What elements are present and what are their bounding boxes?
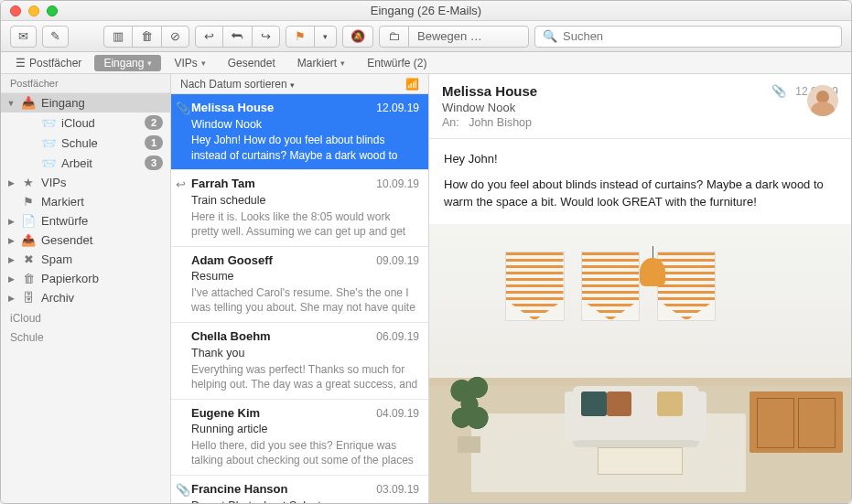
main-body: Postfächer ▼📥Eingang📨iCloud2📨Schule1📨Arb…	[1, 74, 851, 503]
inbox-icon: 📥	[21, 97, 36, 110]
move-to-folder-button[interactable]: 🗀	[380, 27, 409, 47]
disclosure-triangle-icon[interactable]: ▶	[6, 255, 16, 264]
junk-button[interactable]: ⊘	[162, 27, 189, 47]
message-from: Adam Gooseff	[191, 252, 273, 269]
to-label: An:	[442, 116, 459, 129]
star-icon: ★	[21, 177, 36, 189]
disclosure-triangle-icon[interactable]: ▶	[6, 217, 16, 226]
chevron-down-icon: ▾	[340, 59, 345, 68]
message-list-header[interactable]: Nach Datum sortieren ▾ 📶	[171, 74, 428, 94]
disclosure-triangle-icon[interactable]: ▶	[6, 178, 16, 188]
reply-all-button[interactable]: ⮪	[223, 27, 253, 47]
favorites-item[interactable]: Entwürfe (2)	[358, 55, 436, 71]
disclosure-triangle-icon[interactable]: ▶	[6, 274, 16, 284]
envelope-icon: ✉︎	[18, 29, 28, 43]
move-group: 🗀 Bewegen …	[379, 26, 529, 48]
sidebar-item[interactable]: 📨iCloud2	[1, 113, 170, 133]
sidebar-item[interactable]: ▼📥Eingang	[1, 93, 170, 113]
search-field[interactable]: 🔍	[534, 26, 842, 48]
titlebar: Eingang (26 E-Mails)	[1, 1, 851, 21]
message-subject: Thank you	[191, 346, 419, 361]
message-from: Farrah Tam	[191, 176, 255, 192]
message-row[interactable]: Chella Boehm06.09.19Thank youEverything …	[171, 323, 428, 399]
reader-greeting: Hey John!	[444, 150, 836, 168]
message-row[interactable]: 📎Melissa House12.09.19Window NookHey Joh…	[171, 94, 428, 170]
archive-icon: 🗄	[21, 292, 36, 305]
sidebar-account-section[interactable]: Schule	[1, 327, 170, 346]
sidebar-item-label: Archiv	[41, 291, 163, 305]
chevron-down-icon: ▾	[201, 59, 206, 68]
reader-body-text: How do you feel about blinds instead of …	[444, 176, 836, 211]
sidebar-item[interactable]: ▶★VIPs	[1, 173, 170, 192]
archive-icon: ▥	[113, 29, 124, 43]
flag-button[interactable]: ⚑	[286, 27, 315, 47]
favorites-item[interactable]: Gesendet	[219, 55, 285, 71]
disclosure-triangle-icon[interactable]: ▼	[6, 99, 16, 108]
tray-icon: 📨	[41, 136, 56, 149]
message-row[interactable]: 📎Francine Hanson03.09.19Desert Photoshoo…	[171, 476, 428, 503]
mailboxes-icon: ☰	[16, 57, 26, 70]
sidebar-item[interactable]: 📨Schule1	[1, 133, 170, 153]
replied-icon: ↩	[176, 177, 186, 193]
forward-button[interactable]: ↪	[253, 27, 279, 47]
sidebar-item[interactable]: ▶🗑Papierkorb	[1, 269, 170, 288]
favorites-item-label: VIPs	[174, 57, 197, 70]
reply-group: ↩ ⮪ ↪	[195, 26, 280, 48]
sidebar-item[interactable]: ⚑Markiert	[1, 192, 170, 211]
message-subject: Running article	[191, 422, 419, 437]
archive-button[interactable]: ▥	[104, 27, 133, 47]
toolbar: ✉︎ ✎ ▥ 🗑 ⊘ ↩ ⮪ ↪ ⚑ ▾ 🔕 🗀 Bewegen … 🔍	[1, 21, 851, 52]
reader-attachment-image[interactable]	[429, 224, 851, 504]
sidebar-item[interactable]: ▶📤Gesendet	[1, 231, 170, 250]
get-mail-button[interactable]: ✉︎	[10, 26, 37, 48]
favorites-item-label: Entwürfe (2)	[367, 57, 426, 70]
sidebar-item-label: VIPs	[41, 176, 163, 189]
sidebar-account-section[interactable]: iCloud	[1, 307, 170, 327]
message-row[interactable]: Eugene Kim04.09.19Running articleHello t…	[171, 400, 428, 476]
attachment-icon: 📎	[176, 482, 190, 499]
message-subject: Window Nook	[191, 117, 419, 133]
sent-icon: 📤	[21, 234, 36, 247]
message-preview: Everything was perfect! Thanks so much f…	[191, 362, 419, 391]
sidebar-item[interactable]: 📨Arbeit3	[1, 153, 170, 173]
search-icon: 🔍	[543, 29, 557, 43]
forward-icon: ↪	[261, 29, 271, 43]
favorites-bar: ☰PostfächerEingang▾VIPs▾GesendetMarkiert…	[1, 52, 851, 74]
disclosure-triangle-icon[interactable]: ▶	[6, 294, 16, 303]
message-from: Melissa House	[191, 100, 274, 116]
message-list: Nach Datum sortieren ▾ 📶 📎Melissa House1…	[171, 74, 429, 503]
message-from: Eugene Kim	[191, 405, 260, 422]
chevron-down-icon: ▾	[147, 59, 152, 68]
favorites-item-label: Eingang	[103, 57, 144, 70]
search-input[interactable]	[563, 29, 834, 43]
sidebar: Postfächer ▼📥Eingang📨iCloud2📨Schule1📨Arb…	[1, 74, 171, 503]
move-menu-button[interactable]: Bewegen …	[409, 27, 528, 47]
favorites-item-label: Markiert	[297, 57, 337, 70]
favorites-item[interactable]: VIPs▾	[165, 55, 214, 71]
disclosure-triangle-icon[interactable]: ▶	[6, 236, 16, 245]
message-row[interactable]: ↩Farrah Tam10.09.19Train scheduleHere it…	[171, 170, 428, 246]
favorites-item[interactable]: Markiert▾	[288, 55, 354, 71]
chevron-down-icon: ▾	[323, 32, 328, 41]
flag-menu-button[interactable]: ▾	[315, 27, 336, 47]
junk-icon: ⊘	[170, 29, 180, 43]
delete-button[interactable]: 🗑	[133, 27, 162, 47]
sidebar-item-label: Spam	[41, 252, 163, 266]
favorites-item[interactable]: Eingang▾	[94, 55, 161, 71]
favorites-item-label: Gesendet	[228, 57, 275, 70]
reply-button[interactable]: ↩	[196, 27, 223, 47]
connection-icon: 📶	[405, 78, 419, 91]
flag-group: ⚑ ▾	[286, 26, 337, 48]
favorites-item[interactable]: ☰Postfächer	[6, 55, 91, 71]
sidebar-item-label: Markiert	[41, 195, 163, 209]
message-row[interactable]: Adam Gooseff09.09.19ResumeI've attached …	[171, 247, 428, 323]
mute-button[interactable]: 🔕	[342, 26, 373, 48]
attachment-icon: 📎	[176, 101, 190, 117]
sidebar-item[interactable]: ▶🗄Archiv	[1, 288, 170, 307]
reader-subject: Window Nook	[442, 101, 762, 114]
sidebar-item-label: iCloud	[61, 116, 139, 130]
message-from: Chella Boehm	[191, 328, 271, 345]
sidebar-item[interactable]: ▶📄Entwürfe	[1, 211, 170, 231]
sidebar-item[interactable]: ▶✖Spam	[1, 250, 170, 269]
compose-button[interactable]: ✎	[42, 26, 69, 48]
